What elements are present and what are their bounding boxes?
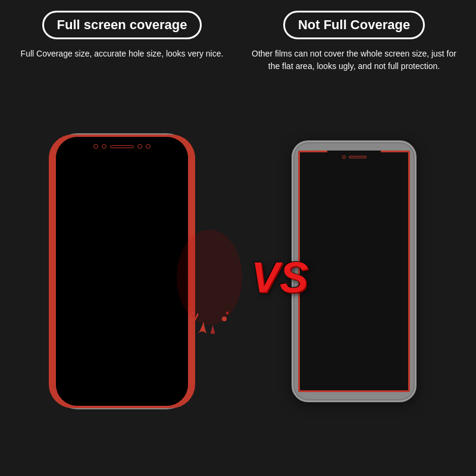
- vs-splatter: [168, 221, 251, 334]
- camera-dot-2: [102, 144, 107, 149]
- phones-section: VS: [0, 79, 476, 476]
- full-coverage-notch: [93, 144, 151, 149]
- svg-point-3: [222, 317, 227, 321]
- left-column: Full screen coverage Full Coverage size,…: [12, 11, 232, 73]
- not-full-coverage-phone: [292, 140, 416, 402]
- not-full-coverage-screen: [298, 151, 410, 392]
- full-coverage-badge: Full screen coverage: [42, 11, 202, 39]
- svg-point-4: [226, 312, 228, 315]
- camera-dot-4: [146, 144, 151, 149]
- svg-point-1: [191, 311, 195, 315]
- speaker-bar: [110, 145, 134, 148]
- vs-label: VS: [251, 256, 308, 299]
- camera-dot-3: [137, 144, 142, 149]
- full-coverage-description: Full Coverage size, accurate hole size, …: [15, 48, 230, 60]
- not-full-coverage-badge: Not Full Coverage: [283, 11, 425, 39]
- right-column: Not Full Coverage Other films can not co…: [244, 11, 464, 73]
- not-full-coverage-description: Other films can not cover the whole scre…: [244, 48, 464, 73]
- svg-point-0: [177, 230, 242, 325]
- iphone-camera: [342, 155, 346, 159]
- camera-dot-1: [93, 144, 98, 149]
- iphone-notch: [327, 151, 381, 164]
- vs-container: VS: [168, 221, 308, 334]
- svg-point-2: [189, 308, 192, 310]
- iphone-speaker: [349, 156, 367, 158]
